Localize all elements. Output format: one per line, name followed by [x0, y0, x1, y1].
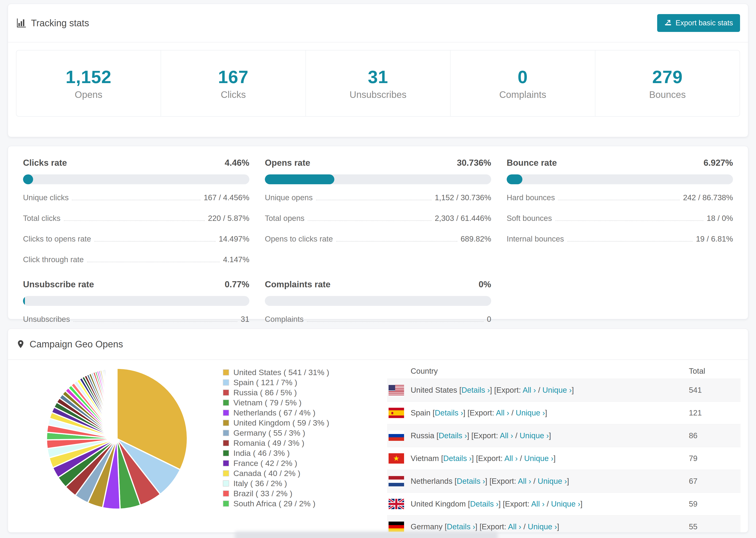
geo-panel-title: Campaign Geo Opens — [16, 339, 123, 350]
geo-content: United States ( 541 / 31% )Spain ( 121 /… — [8, 360, 748, 533]
stat-label: Clicks — [221, 89, 246, 100]
tracking-stats-header: Tracking stats Export basic stats — [8, 4, 748, 42]
export-all-link[interactable]: All › — [500, 431, 513, 440]
export-unique-link[interactable]: Unique › — [528, 522, 557, 531]
export-all-link[interactable]: All › — [504, 454, 518, 463]
details-link[interactable]: Details › — [457, 477, 485, 485]
geo-row-country-text: Vietnam [Details ›] [Export: All › / Uni… — [411, 454, 556, 463]
rate-block-opens-rate: Opens rate30.736%Unique opens1,152 / 30.… — [265, 158, 491, 264]
rate-row-label: Hard bounces — [507, 193, 555, 202]
legend-label: France ( 42 / 2% ) — [233, 459, 297, 468]
export-basic-stats-button[interactable]: Export basic stats — [657, 14, 740, 32]
rates-grid: Clicks rate4.46%Unique clicks167 / 4.456… — [23, 158, 733, 324]
rate-row-label: Unique clicks — [23, 193, 69, 202]
legend-label: Vietnam ( 79 / 5% ) — [233, 398, 301, 407]
rate-row-label: Total opens — [265, 214, 304, 223]
rate-row-label: Click through rate — [23, 255, 84, 264]
dotted-leader — [316, 200, 432, 200]
rate-progress-bar — [23, 296, 249, 306]
legend-item-germany: Germany ( 55 / 3% ) — [223, 428, 387, 438]
rate-progress-bar — [23, 174, 249, 184]
dotted-leader — [308, 220, 432, 221]
legend-item-brazil: Brazil ( 33 / 2% ) — [223, 488, 387, 499]
legend-swatch — [223, 440, 229, 446]
rate-detail-row: Unsubscribes31 — [23, 315, 249, 324]
rates-panel: Clicks rate4.46%Unique clicks167 / 4.456… — [8, 146, 748, 319]
geo-pie-chart[interactable] — [8, 360, 196, 514]
rate-value: 30.736% — [457, 158, 491, 168]
pie-slice[interactable] — [117, 368, 117, 439]
legend-item-russia: Russia ( 86 / 5% ) — [223, 388, 387, 398]
stat-cell-clicks: 167Clicks — [161, 50, 306, 116]
geo-row-total: 59 — [689, 500, 698, 508]
details-link[interactable]: Details › — [461, 386, 490, 394]
rate-progress-fill — [507, 174, 522, 184]
legend-item-italy: Italy ( 36 / 2% ) — [223, 478, 387, 488]
rate-row-value: 4.147% — [223, 255, 249, 264]
rate-block-complaints-rate: Complaints rate0%Complaints0 — [265, 280, 491, 324]
page-bottom-artifact — [235, 531, 498, 538]
legend-label: Netherlands ( 67 / 4% ) — [233, 408, 315, 417]
rate-detail-row: Internal bounces19 / 6.81% — [507, 235, 733, 243]
dotted-leader — [64, 220, 205, 221]
export-all-link[interactable]: All › — [518, 477, 531, 485]
rate-progress-bar — [265, 296, 491, 306]
map-pin-icon — [16, 339, 26, 350]
legend-item-france: France ( 42 / 2% ) — [223, 458, 387, 468]
legend-label: Brazil ( 33 / 2% ) — [233, 489, 292, 498]
details-link[interactable]: Details › — [439, 431, 467, 440]
legend-label: Russia ( 86 / 5% ) — [233, 388, 297, 397]
geo-row-total: 121 — [689, 408, 702, 417]
details-link[interactable]: Details › — [447, 522, 475, 531]
export-unique-link[interactable]: Unique › — [516, 408, 545, 417]
export-all-link[interactable]: All › — [496, 408, 509, 417]
dotted-leader — [558, 200, 680, 200]
rate-row-value: 2,303 / 61.446% — [435, 214, 491, 223]
stat-label: Bounces — [649, 89, 686, 100]
export-all-link[interactable]: All › — [508, 522, 521, 531]
rate-value: 6.927% — [704, 158, 733, 168]
legend-item-united-kingdom: United Kingdom ( 59 / 3% ) — [223, 418, 387, 428]
geo-table-header-total: Total — [689, 367, 740, 376]
rate-row-value: 167 / 4.456% — [204, 193, 249, 202]
rate-detail-row: Clicks to opens rate14.497% — [23, 235, 249, 243]
tracking-stats-title-text: Tracking stats — [31, 18, 89, 28]
geo-pie-legend: United States ( 541 / 31% )Spain ( 121 /… — [223, 367, 387, 509]
stat-cell-complaints: 0Complaints — [451, 50, 595, 116]
stat-label: Complaints — [499, 89, 546, 100]
rate-title: Unsubscribe rate — [23, 280, 94, 290]
details-link[interactable]: Details › — [470, 500, 499, 508]
geo-row-country-text: Spain [Details ›] [Export: All › / Uniqu… — [411, 408, 547, 417]
rate-title: Opens rate — [265, 158, 310, 168]
details-link[interactable]: Details › — [443, 454, 472, 463]
geo-row-country-text: United Kingdom [Details ›] [Export: All … — [411, 500, 582, 508]
export-unique-link[interactable]: Unique › — [524, 454, 554, 463]
export-icon — [664, 18, 672, 28]
export-all-link[interactable]: All › — [523, 386, 536, 394]
tracking-stats-title: Tracking stats — [16, 18, 89, 28]
rate-value: 0.77% — [225, 280, 249, 290]
stat-value: 167 — [218, 67, 249, 87]
rate-detail-row: Complaints0 — [265, 315, 491, 324]
legend-swatch — [223, 400, 229, 406]
legend-swatch — [223, 470, 229, 476]
export-unique-link[interactable]: Unique › — [551, 500, 580, 508]
dotted-leader — [336, 241, 458, 242]
details-link[interactable]: Details › — [435, 408, 463, 417]
stat-value: 0 — [518, 67, 528, 87]
rate-row-value: 689.82% — [460, 235, 491, 243]
export-unique-link[interactable]: Unique › — [519, 431, 549, 440]
geo-row-total: 67 — [689, 477, 698, 485]
export-unique-link[interactable]: Unique › — [538, 477, 567, 485]
export-all-link[interactable]: All › — [531, 500, 545, 508]
legend-label: India ( 46 / 3% ) — [233, 449, 290, 458]
bar-chart-icon — [16, 18, 27, 28]
rate-detail-row: Click through rate4.147% — [23, 255, 249, 264]
rate-row-label: Total clicks — [23, 214, 61, 223]
dotted-leader — [72, 200, 200, 200]
rate-row-label: Clicks to opens rate — [23, 235, 91, 243]
export-unique-link[interactable]: Unique › — [542, 386, 572, 394]
geo-row-country-text: United States [Details ›] [Export: All ›… — [411, 386, 574, 394]
rate-detail-row: Soft bounces18 / 0% — [507, 214, 733, 223]
legend-label: Germany ( 55 / 3% ) — [233, 428, 305, 438]
